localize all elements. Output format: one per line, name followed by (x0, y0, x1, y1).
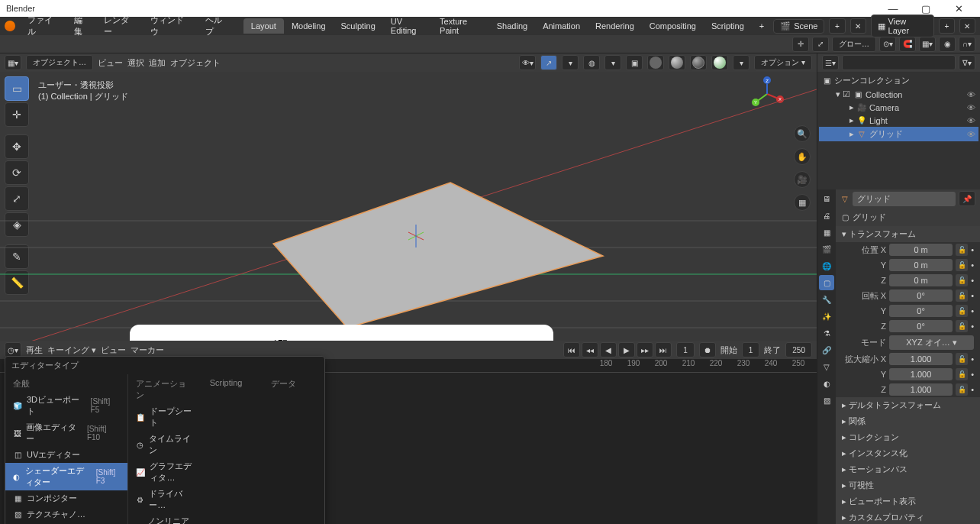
scene-new-button[interactable]: + (829, 18, 845, 34)
menu-window[interactable]: ウィンドウ (144, 12, 198, 40)
rot-y-field[interactable]: 0° (889, 305, 953, 317)
proptab-texture[interactable]: ▨ (819, 393, 834, 408)
viewport-3d[interactable]: ▦▾ オブジェクト… ビュー 選択 追加 オブジェクト 👁▾ ↗ ▾ ◍ ▾ ▣… (0, 53, 817, 341)
lock-icon[interactable]: 🔓 (956, 383, 968, 396)
section-custom-props[interactable]: ▸ カスタムプロパティ (836, 509, 980, 524)
section-instancing[interactable]: ▸ インスタンス化 (836, 445, 980, 461)
tab-add[interactable]: + (752, 18, 772, 34)
lock-icon[interactable]: 🔓 (956, 289, 968, 302)
proptab-viewlayer[interactable]: ▦ (819, 225, 834, 240)
editor-item-image-editor[interactable]: 🖼画像エディター[Shift] F10 (5, 419, 127, 447)
editor-item-nla[interactable]: ☰ノンリニアアニ… (128, 513, 201, 524)
visibility-icon[interactable]: 👁 (967, 116, 975, 125)
scale-y-field[interactable]: 1.000 (889, 368, 953, 380)
frame-end[interactable]: 250 (785, 342, 812, 357)
tab-modeling[interactable]: Modeling (284, 18, 334, 34)
tab-scripting[interactable]: Scripting (704, 18, 752, 34)
next-key-icon[interactable]: ▸▸ (637, 342, 653, 357)
play-icon[interactable]: ▶ (618, 342, 635, 357)
jump-start-icon[interactable]: ⏮ (563, 342, 580, 357)
outliner-editor-icon[interactable]: ☰▾ (822, 55, 839, 70)
editor-item-dopesheet[interactable]: 📋ドープシート (128, 403, 201, 431)
viewlayer-del-button[interactable]: ✕ (959, 18, 975, 34)
rot-mode-field[interactable]: XYZ オイ… ▾ (889, 335, 974, 350)
tree-item-camera[interactable]: ▸ 🎥Camera👁 (819, 101, 978, 114)
tab-rendering[interactable]: Rendering (588, 18, 642, 34)
rot-x-field[interactable]: 0° (889, 289, 953, 302)
proptab-particle[interactable]: ✨ (819, 309, 834, 324)
proptab-constraint[interactable]: 🔗 (819, 342, 834, 357)
tab-sculpting[interactable]: Sculpting (334, 18, 383, 34)
section-relations[interactable]: ▸ 関係 (836, 413, 980, 429)
proportional-toggle[interactable]: ◉ (939, 37, 956, 52)
lock-icon[interactable]: 🔓 (956, 320, 968, 332)
autokey-icon[interactable]: ⏺ (699, 342, 716, 357)
proptab-data[interactable]: ▽ (819, 359, 834, 374)
menu-help[interactable]: ヘルプ (199, 12, 236, 40)
lock-icon[interactable]: 🔓 (956, 368, 968, 380)
tab-layout[interactable]: Layout (243, 18, 284, 34)
lock-icon[interactable]: 🔓 (956, 274, 968, 286)
editor-item-graph[interactable]: 📈グラフエディタ… (128, 458, 201, 486)
cursor-icon[interactable]: ✛ (792, 37, 809, 52)
proptab-physics[interactable]: ⚗ (819, 325, 834, 341)
proptab-output[interactable]: 🖨 (819, 208, 834, 223)
editor-item-drivers[interactable]: ⚙ドライバー… (128, 486, 201, 513)
pivot-dropdown[interactable]: ⊙▾ (879, 37, 896, 52)
orientation-global[interactable]: グロー… (832, 37, 876, 52)
snap-dropdown[interactable]: ▦▾ (919, 37, 936, 52)
timeline-marker[interactable]: マーカー (131, 344, 164, 356)
scale-x-field[interactable]: 1.000 (889, 353, 953, 365)
loc-x-field[interactable]: 0 m (889, 244, 953, 256)
tree-item-grid[interactable]: ▸ ▽グリッド👁 (819, 127, 978, 141)
maximize-button[interactable]: ▢ (911, 3, 941, 15)
lock-icon[interactable]: 🔓 (956, 244, 968, 256)
play-reverse-icon[interactable]: ◀ (600, 342, 617, 357)
editor-item-texture-node[interactable]: ▨テクスチャノ… (5, 506, 127, 522)
object-name-field[interactable]: グリッド (853, 192, 956, 206)
outliner-filter-icon[interactable]: ∇▾ (959, 55, 975, 70)
proptab-scene[interactable]: 🎬 (819, 241, 834, 257)
editor-item-compositor[interactable]: ▦コンポジター (5, 490, 127, 506)
viewlayer-new-button[interactable]: + (939, 18, 955, 34)
transform-section[interactable]: ▾ トランスフォーム (836, 226, 980, 242)
proptab-material[interactable]: ◐ (819, 376, 834, 391)
section-visibility[interactable]: ▸ 可視性 (836, 477, 980, 493)
proptab-modifier[interactable]: 🔧 (819, 292, 834, 307)
proptab-render[interactable]: 🖥 (819, 191, 834, 206)
close-button[interactable]: ✕ (943, 3, 974, 15)
tab-shading[interactable]: Shading (489, 18, 535, 34)
scene-selector[interactable]: 🎬 Scene (773, 19, 824, 34)
visibility-icon[interactable]: 👁 (967, 90, 975, 99)
viewlayer-selector[interactable]: ▦ View Layer (871, 15, 934, 37)
tab-uv-editing[interactable]: UV Editing (383, 14, 432, 38)
scale-z-field[interactable]: 1.000 (889, 383, 953, 396)
tab-compositing[interactable]: Compositing (642, 18, 704, 34)
frame-start[interactable]: 1 (742, 342, 760, 357)
proptab-object[interactable]: ▢ (819, 275, 834, 290)
pin-icon[interactable]: 📌 (959, 191, 975, 206)
editor-item-timeline[interactable]: ◷タイムライン (128, 431, 201, 458)
menu-edit[interactable]: 編集 (68, 12, 96, 40)
frame-current[interactable]: 1 (676, 342, 695, 357)
jump-end-icon[interactable]: ⏭ (655, 342, 672, 357)
scene-del-button[interactable]: ✕ (850, 18, 866, 34)
minimize-button[interactable]: — (878, 3, 908, 15)
timeline-keying[interactable]: キーイング ▾ (47, 344, 96, 356)
lock-icon[interactable]: 🔓 (956, 259, 968, 271)
shrink-icon[interactable]: ⤢ (812, 37, 829, 52)
rot-z-field[interactable]: 0° (889, 320, 953, 332)
visibility-icon[interactable]: 👁 (967, 130, 975, 139)
section-motion-path[interactable]: ▸ モーションパス (836, 461, 980, 477)
loc-z-field[interactable]: 0 m (889, 274, 953, 286)
section-collections[interactable]: ▸ コレクション (836, 429, 980, 445)
lock-icon[interactable]: 🔓 (956, 305, 968, 317)
tab-texture-paint[interactable]: Texture Paint (432, 14, 489, 38)
tree-collection[interactable]: ▾ ☑ ▣Collection👁 (819, 88, 978, 101)
timeline-play[interactable]: 再生 (26, 344, 43, 356)
section-delta-transform[interactable]: ▸ デルタトランスフォーム (836, 397, 980, 413)
timeline-view[interactable]: ビュー (101, 344, 126, 356)
editor-item-uv-editor[interactable]: ◫UVエディター (5, 447, 127, 463)
snap-toggle[interactable]: 🧲 (899, 37, 916, 52)
editor-item-3d-viewport[interactable]: 🧊3Dビューポート[Shift] F5 (5, 392, 127, 419)
